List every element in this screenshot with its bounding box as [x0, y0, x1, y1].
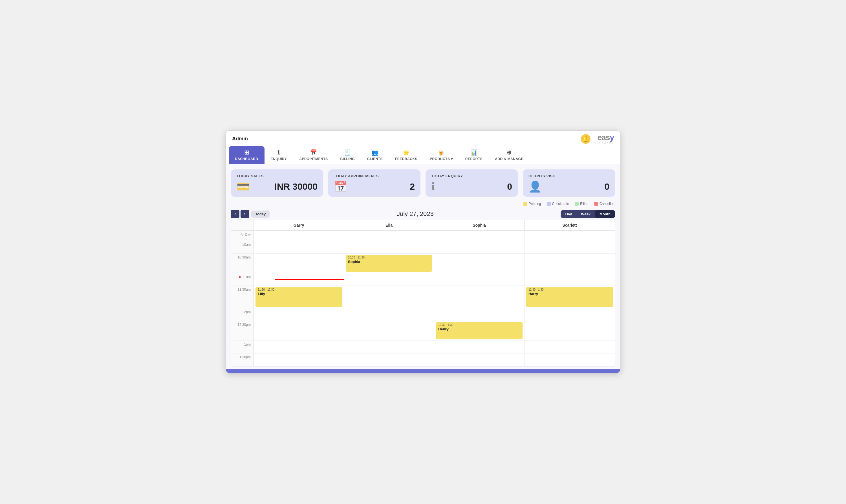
- stat-card-today-sales: TODAY SALES 💳 INR 30000: [231, 169, 323, 197]
- cell-scarlett-1pm[interactable]: [525, 341, 615, 353]
- legend-billed: Billed: [575, 202, 588, 206]
- legend-checked-in: Checked In: [547, 202, 569, 206]
- stat-card-clients-visit: CLIENTS VISIT 👤 0: [523, 169, 615, 197]
- appointment-harry[interactable]: 12:30 - 1:30 Harry: [526, 287, 613, 307]
- view-day-button[interactable]: Day: [561, 210, 577, 218]
- legend-cancelled: Cancelled: [594, 202, 615, 206]
- cell-scarlett-130pm[interactable]: [525, 354, 615, 366]
- time-label-12pm: 12pm: [231, 308, 254, 321]
- feedbacks-icon: ⭐: [403, 149, 410, 156]
- cell-garry-10am[interactable]: [254, 241, 344, 253]
- products-icon: 🍺: [438, 149, 445, 156]
- nav-item-clients[interactable]: 👥 CLIENTS: [361, 146, 389, 164]
- pending-label: Pending: [529, 202, 541, 206]
- time-indicator-line: [275, 280, 344, 280]
- calendar-header-row: Garry Ella Sophia Scarlett: [231, 220, 615, 231]
- time-row-10am: 10am: [231, 241, 615, 254]
- logo-area: easy SOFTWARE: [595, 133, 614, 144]
- cell-sophia-12pm[interactable]: [434, 308, 525, 321]
- calendar-wrapper: Garry Ella Sophia Scarlett All-Day 10am: [226, 220, 620, 369]
- time-label-130pm: 1:30pm: [231, 354, 254, 366]
- nav-label-billing: BILLING: [340, 157, 355, 161]
- nav-item-billing[interactable]: 🧾 BILLING: [334, 146, 361, 164]
- nav-label-reports: REPORTS: [465, 157, 483, 161]
- cell-garry-1230pm[interactable]: [254, 321, 344, 341]
- cell-garry-11am[interactable]: [254, 273, 344, 286]
- allday-scarlett[interactable]: [525, 231, 615, 241]
- stat-value-today-appointments: 2: [410, 182, 415, 192]
- legend-row: Pending Checked In Billed Cancelled: [226, 201, 620, 208]
- header-col-ella: Ella: [344, 220, 434, 230]
- view-month-button[interactable]: Month: [595, 210, 615, 218]
- cell-ella-10am[interactable]: [344, 241, 434, 253]
- stat-title-today-appointments: TODAY APPOINTMENTS: [334, 174, 415, 178]
- nav-item-products[interactable]: 🍺 PRODUCTS ▾: [424, 146, 459, 164]
- nav-label-feedbacks: FEEDBACKS: [395, 157, 417, 161]
- cell-sophia-11am[interactable]: [434, 273, 525, 286]
- cell-scarlett-1230pm[interactable]: [525, 321, 615, 341]
- appt-time-sophia: 10:30 - 11:30: [348, 256, 430, 259]
- cell-ella-11am[interactable]: [344, 273, 434, 286]
- stat-title-clients-visit: CLIENTS VISIT: [528, 174, 610, 178]
- cell-garry-130pm[interactable]: [254, 354, 344, 366]
- cell-ella-1230pm[interactable]: [344, 321, 434, 341]
- view-week-button[interactable]: Week: [577, 210, 595, 218]
- pending-dot: [523, 202, 527, 206]
- cell-garry-1030am[interactable]: [254, 254, 344, 273]
- calendar-grid: Garry Ella Sophia Scarlett All-Day 10am: [231, 220, 615, 366]
- billing-icon: 🧾: [344, 149, 351, 156]
- cell-sophia-1pm[interactable]: [434, 341, 525, 353]
- reports-icon: 📊: [470, 149, 478, 156]
- cell-ella-12pm[interactable]: [344, 308, 434, 321]
- cell-ella-1030am[interactable]: 10:30 - 11:30 Sophia: [344, 254, 434, 273]
- nav-item-enquiry[interactable]: ℹ ENQUIRY: [265, 146, 293, 164]
- appt-name-henry: Henry: [438, 327, 520, 331]
- allday-label: All-Day: [231, 231, 254, 241]
- cell-sophia-130pm[interactable]: [434, 354, 525, 366]
- header-col-scarlett: Scarlett: [525, 220, 615, 230]
- nav-item-feedbacks[interactable]: ⭐ FEEDBACKS: [389, 146, 424, 164]
- calendar-date: July 27, 2023: [397, 210, 434, 218]
- top-bar-right: 🔔 easy SOFTWARE: [581, 133, 614, 144]
- appointment-sophia[interactable]: 10:30 - 11:30 Sophia: [346, 255, 432, 272]
- appointment-lilly[interactable]: 11:30 - 12:30 Lilly: [255, 287, 342, 307]
- bell-icon[interactable]: 🔔: [581, 134, 591, 144]
- wallet-icon: 💳: [236, 180, 250, 193]
- cell-scarlett-1030am[interactable]: [525, 254, 615, 273]
- nav-item-add-manage[interactable]: ⊕ ADD & MANAGE: [489, 146, 530, 164]
- allday-sophia[interactable]: [434, 231, 525, 241]
- bottom-bar: [226, 369, 620, 373]
- nav-item-reports[interactable]: 📊 REPORTS: [459, 146, 489, 164]
- cell-scarlett-11am[interactable]: [525, 273, 615, 286]
- cell-sophia-1230pm[interactable]: 12:30 - 1:30 Henry: [434, 321, 525, 341]
- nav-label-products: PRODUCTS ▾: [430, 157, 453, 161]
- cell-sophia-10am[interactable]: [434, 241, 525, 253]
- cell-ella-1pm[interactable]: [344, 341, 434, 353]
- allday-ella[interactable]: [344, 231, 434, 241]
- cell-sophia-1030am[interactable]: [434, 254, 525, 273]
- nav-item-appointments[interactable]: 📅 APPOINTMENTS: [293, 146, 334, 164]
- cell-garry-1130am[interactable]: 11:30 - 12:30 Lilly: [254, 286, 344, 308]
- cell-scarlett-10am[interactable]: [525, 241, 615, 253]
- nav-item-dashboard[interactable]: ⊞ DASHBOARD: [229, 146, 265, 164]
- nav-label-clients: CLIENTS: [367, 157, 383, 161]
- logo-text: easy: [598, 133, 614, 142]
- next-button[interactable]: ›: [241, 210, 249, 218]
- cell-garry-12pm[interactable]: [254, 308, 344, 321]
- appointment-henry[interactable]: 12:30 - 1:30 Henry: [436, 322, 523, 339]
- billed-label: Billed: [580, 202, 588, 206]
- time-label-11am: ▶ 11am: [231, 273, 254, 286]
- prev-button[interactable]: ‹: [231, 210, 240, 218]
- cell-ella-130pm[interactable]: [344, 354, 434, 366]
- stat-title-today-sales: TODAY SALES: [236, 174, 318, 178]
- cell-garry-1pm[interactable]: [254, 341, 344, 353]
- cell-scarlett-1130am[interactable]: 12:30 - 1:30 Harry: [525, 286, 615, 308]
- allday-garry[interactable]: [254, 231, 344, 241]
- appointments-icon: 📅: [310, 149, 317, 156]
- cell-scarlett-12pm[interactable]: [525, 308, 615, 321]
- cell-sophia-1130am[interactable]: [434, 286, 525, 308]
- top-bar: Admin 🔔 easy SOFTWARE: [226, 131, 620, 146]
- cell-ella-1130am[interactable]: [344, 286, 434, 308]
- time-row-130pm: 1:30pm: [231, 354, 615, 366]
- today-button[interactable]: Today: [251, 211, 269, 218]
